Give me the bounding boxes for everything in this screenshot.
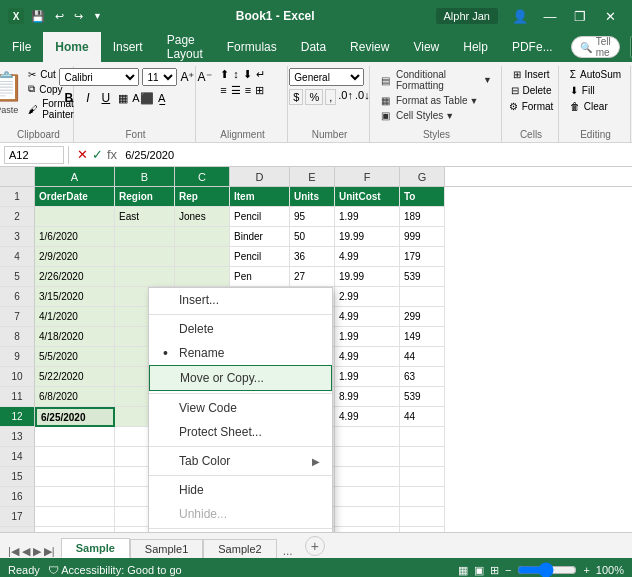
view-normal-btn[interactable]: ▦ (458, 564, 468, 577)
cell-A12[interactable]: 6/25/2020 (35, 407, 115, 427)
cell-A1[interactable]: OrderDate (35, 187, 115, 207)
cell-G13[interactable] (400, 427, 445, 447)
cell-F15[interactable] (335, 467, 400, 487)
row-num-11[interactable]: 11 (0, 387, 35, 407)
cell-E4[interactable]: 36 (290, 247, 335, 267)
cell-A7[interactable]: 4/1/2020 (35, 307, 115, 327)
formula-input[interactable]: 6/25/2020 (121, 149, 628, 161)
cell-G3[interactable]: 999 (400, 227, 445, 247)
ctx-tab-color[interactable]: Tab Color ▶ (149, 449, 332, 473)
cell-D1[interactable]: Item (230, 187, 290, 207)
row-num-6[interactable]: 6 (0, 287, 35, 307)
tab-page-layout[interactable]: Page Layout (155, 32, 215, 62)
tab-nav-prev[interactable]: ◀ (22, 545, 30, 558)
cell-F11[interactable]: 8.99 (335, 387, 400, 407)
tell-me-input[interactable]: 🔍 Tell me (571, 36, 620, 58)
zoom-out-btn[interactable]: − (505, 564, 511, 576)
cell-E1[interactable]: Units (290, 187, 335, 207)
cell-G5[interactable]: 539 (400, 267, 445, 287)
cell-styles-btn[interactable]: ▣ Cell Styles ▼ (378, 109, 457, 122)
sheet-tab-sample1[interactable]: Sample1 (130, 539, 203, 558)
cell-F16[interactable] (335, 487, 400, 507)
cell-F13[interactable] (335, 427, 400, 447)
ctx-move-copy[interactable]: Move or Copy... (149, 365, 332, 391)
font-size-select[interactable]: 11 (142, 68, 177, 86)
col-header-D[interactable]: D (230, 167, 290, 186)
row-num-1[interactable]: 1 (0, 187, 35, 207)
cell-reference-input[interactable]: A12 (4, 146, 64, 164)
cell-A3[interactable]: 1/6/2020 (35, 227, 115, 247)
cell-A9[interactable]: 5/5/2020 (35, 347, 115, 367)
row-num-13[interactable]: 13 (0, 427, 35, 447)
cell-F9[interactable]: 4.99 (335, 347, 400, 367)
dropdown-btn[interactable]: ▼ (90, 10, 105, 22)
cell-F6[interactable]: 2.99 (335, 287, 400, 307)
cell-D3[interactable]: Binder (230, 227, 290, 247)
cell-E5[interactable]: 27 (290, 267, 335, 287)
format-as-table-btn[interactable]: ▦ Format as Table ▼ (378, 94, 481, 107)
undo-btn[interactable]: ↩ (52, 9, 67, 24)
row-num-18[interactable]: 18 (0, 527, 35, 532)
bold-btn[interactable]: B (59, 89, 78, 107)
percent-btn[interactable]: % (305, 89, 323, 105)
sum-btn[interactable]: Σ AutoSum (567, 68, 624, 81)
cell-E2[interactable]: 95 (290, 207, 335, 227)
ctx-select-all-sheets[interactable]: Select All Sheets (149, 531, 332, 532)
row-num-7[interactable]: 7 (0, 307, 35, 327)
cell-C3[interactable] (175, 227, 230, 247)
ctx-view-code[interactable]: View Code (149, 396, 332, 420)
merge-btn[interactable]: ⊞ (255, 84, 264, 97)
comma-btn[interactable]: , (325, 89, 336, 105)
close-btn[interactable]: ✕ (596, 6, 624, 26)
col-header-A[interactable]: A (35, 167, 115, 186)
col-header-C[interactable]: C (175, 167, 230, 186)
align-top-btn[interactable]: ⬆ (220, 68, 229, 81)
cell-E3[interactable]: 50 (290, 227, 335, 247)
tab-view[interactable]: View (401, 32, 451, 62)
cell-C2[interactable]: Jones (175, 207, 230, 227)
redo-btn[interactable]: ↪ (71, 9, 86, 24)
row-num-14[interactable]: 14 (0, 447, 35, 467)
cell-C5[interactable] (175, 267, 230, 287)
ctx-rename[interactable]: Rename (149, 341, 332, 365)
align-center-btn[interactable]: ☰ (231, 84, 241, 97)
format-cells-btn[interactable]: ⚙ Format (506, 100, 557, 113)
row-num-10[interactable]: 10 (0, 367, 35, 387)
row-num-5[interactable]: 5 (0, 267, 35, 287)
cell-F17[interactable] (335, 507, 400, 527)
align-right-btn[interactable]: ≡ (245, 84, 251, 97)
minimize-btn[interactable]: — (536, 6, 564, 26)
insert-cells-btn[interactable]: ⊞ Insert (510, 68, 553, 81)
ctx-insert[interactable]: Insert... (149, 288, 332, 312)
number-format-select[interactable]: General (289, 68, 364, 86)
cell-B4[interactable] (115, 247, 175, 267)
align-middle-btn[interactable]: ↕ (233, 68, 239, 81)
cell-A6[interactable]: 3/15/2020 (35, 287, 115, 307)
cell-G11[interactable]: 539 (400, 387, 445, 407)
cell-A15[interactable] (35, 467, 115, 487)
cell-G10[interactable]: 63 (400, 367, 445, 387)
cell-F12[interactable]: 4.99 (335, 407, 400, 427)
tab-review[interactable]: Review (338, 32, 401, 62)
font-family-select[interactable]: Calibri (59, 68, 139, 86)
user-icon[interactable]: 👤 (506, 7, 534, 26)
clear-btn[interactable]: 🗑 Clear (567, 100, 611, 113)
row-num-16[interactable]: 16 (0, 487, 35, 507)
align-bottom-btn[interactable]: ⬇ (243, 68, 252, 81)
insert-function-icon[interactable]: fx (107, 147, 117, 162)
view-page-break-btn[interactable]: ⊞ (490, 564, 499, 577)
tab-nav-last[interactable]: ▶| (44, 545, 55, 558)
confirm-formula-icon[interactable]: ✓ (92, 147, 103, 162)
tab-file[interactable]: File (0, 32, 43, 62)
currency-btn[interactable]: $ (289, 89, 303, 105)
col-header-E[interactable]: E (290, 167, 335, 186)
zoom-slider[interactable] (517, 566, 577, 574)
save-btn[interactable]: 💾 (28, 9, 48, 24)
cell-A8[interactable]: 4/18/2020 (35, 327, 115, 347)
more-tabs-indicator[interactable]: ... (277, 544, 299, 558)
border-btn[interactable]: ▦ (118, 92, 128, 105)
font-color-btn[interactable]: A̲ (158, 92, 166, 105)
cell-F1[interactable]: UnitCost (335, 187, 400, 207)
tab-nav-next[interactable]: ▶ (33, 545, 41, 558)
underline-btn[interactable]: U (98, 90, 115, 106)
